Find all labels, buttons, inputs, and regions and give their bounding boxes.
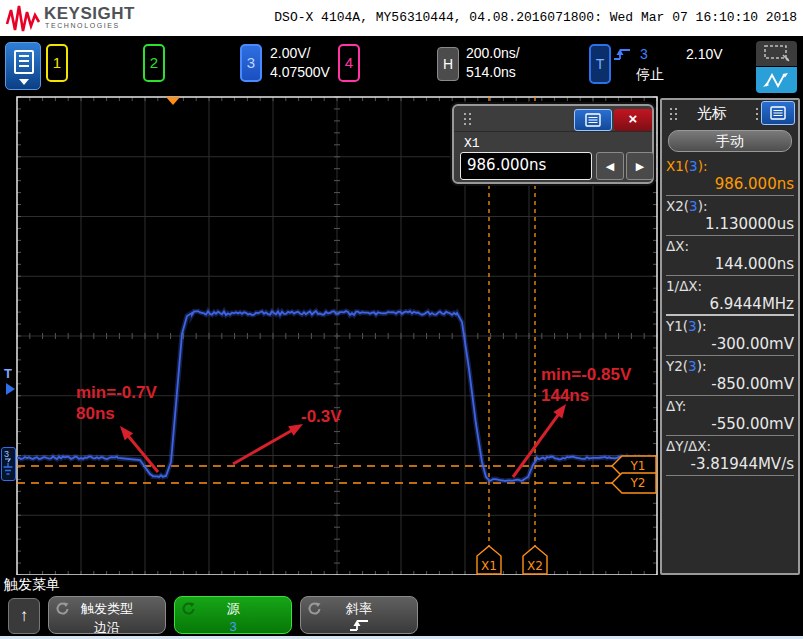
drag-handle-icon[interactable] — [464, 113, 466, 115]
annotation-text-1: min=-0.7V 80ns — [76, 382, 157, 424]
trigger-level-readout: 2.10V — [686, 46, 723, 62]
drag-handle-icon[interactable] — [756, 108, 758, 110]
cursor-tag-label: X1 — [481, 559, 497, 573]
rotate-knob-icon — [181, 601, 196, 616]
trigger-button[interactable]: T — [589, 44, 611, 84]
main-menu-button[interactable] — [5, 42, 41, 90]
rectangle-select-button[interactable] — [756, 41, 797, 66]
softkey-menu-title: 触发菜单 — [4, 576, 60, 594]
cursor-row-dx: ΔX:144.000ns — [666, 236, 794, 276]
channel-2-button[interactable]: 2 — [143, 44, 165, 82]
softkey-slope[interactable]: 斜率 — [300, 596, 418, 634]
annotation-arrow — [233, 428, 295, 464]
cursor-tag-label: Y1 — [630, 459, 646, 473]
cursor-track-button[interactable] — [756, 67, 797, 93]
cursor-row-value: -3.81944MV/s — [666, 454, 794, 473]
brand-subtitle: TECHNOLOGIES — [45, 22, 120, 29]
cursor-row-label: 1/ΔX: — [666, 276, 794, 294]
cursor-row-label: ΔY: — [666, 396, 794, 414]
channel-3-ground-marker[interactable]: 3 — [1, 447, 16, 481]
cursor-readout-list: X1(3):986.000nsX2(3):1.130000usΔX:144.00… — [666, 156, 794, 476]
channel-3-button[interactable]: 3 — [240, 44, 262, 82]
cursor-row-value: 144.000ns — [666, 254, 794, 273]
cursor-panel-menu-button[interactable] — [761, 101, 795, 125]
channel-3-offset: 4.07500V — [270, 63, 330, 82]
cursor-mode-button[interactable]: 手动 — [668, 130, 792, 152]
channel-3-settings: 2.00V/ 4.07500V — [270, 44, 330, 82]
cursor-row-invdx: 1/ΔX:6.9444MHz — [666, 276, 794, 316]
rotate-knob-icon — [307, 601, 322, 616]
cursor-panel-title: 光标 — [662, 104, 762, 123]
dialog-close-button[interactable]: × — [614, 109, 652, 131]
trigger-time-marker-icon[interactable] — [166, 97, 180, 105]
status-bar: 1 2 3 2.00V/ 4.07500V 4 H 200.0ns/ 514.0… — [0, 36, 803, 94]
close-icon: × — [629, 110, 638, 127]
menu-list-icon — [585, 113, 601, 127]
oscilloscope-screen: KEYSIGHT TECHNOLOGIES DSO-X 4104A, MY563… — [0, 0, 803, 639]
channel-1-button[interactable]: 1 — [46, 44, 68, 82]
cursor-tag-label: Y2 — [630, 476, 646, 490]
right-arrow-icon: ▶ — [636, 160, 644, 172]
dashed-rectangle-icon — [761, 44, 793, 64]
chevron-down-icon — [19, 79, 29, 85]
cursor-source-channel: 3 — [688, 318, 697, 334]
menu-up-button[interactable]: ↑ — [8, 598, 40, 634]
annotation-text-2: -0.3V — [301, 406, 342, 427]
up-arrow-icon: ↑ — [20, 606, 29, 625]
softkey-trigger-type[interactable]: 触发类型边沿 — [48, 596, 166, 634]
dialog-menu-button[interactable] — [574, 109, 612, 131]
channel-4-button[interactable]: 4 — [338, 44, 360, 82]
trigger-source-readout: 3 — [640, 46, 648, 62]
menu-list-icon — [770, 106, 786, 120]
cursor-source-channel: 3 — [689, 158, 698, 174]
cursor-row-label: X1(3): — [666, 156, 794, 174]
cursor-row-value: 1.130000us — [666, 214, 794, 233]
waveform-cursors-icon — [762, 70, 792, 90]
menu-list-icon — [14, 50, 34, 74]
softkey-value: 3 — [175, 619, 291, 634]
cursor-row-label: Y1(3): — [666, 316, 794, 334]
ground-marker-channel: 3 — [4, 449, 9, 459]
trigger-level-marker-label: T — [4, 366, 12, 381]
cursor-x1-dialog: × X1 986.000ns ◀ ▶ — [452, 104, 654, 184]
rising-edge-icon — [349, 618, 369, 632]
annotation-arrow — [513, 411, 561, 477]
cursor-source-channel: 3 — [688, 358, 697, 374]
left-arrow-icon: ◀ — [606, 160, 614, 172]
cursor-row-y2: Y2(3):-850.00mV — [666, 356, 794, 396]
horizontal-settings: 200.0ns/ 514.0ns — [466, 44, 520, 82]
cursor-row-value: -850.00mV — [666, 374, 794, 393]
cursor-row-value: -550.00mV — [666, 414, 794, 433]
cursor-row-dy: ΔY:-550.00mV — [666, 396, 794, 436]
cursor-row-dydx: ΔY/ΔX:-3.81944MV/s — [666, 436, 794, 476]
cursor-panel: 光标 手动 X1(3):986.000nsX2(3):1.130000usΔX:… — [660, 98, 800, 575]
increment-button[interactable]: ▶ — [626, 152, 654, 180]
channel-3-scale: 2.00V/ — [270, 44, 330, 63]
dialog-titlebar[interactable]: × — [454, 106, 652, 132]
acquisition-status: 停止 — [636, 66, 664, 84]
trigger-level-marker-icon[interactable] — [6, 383, 15, 395]
dialog-field-label: X1 — [464, 136, 480, 151]
title-bar: KEYSIGHT TECHNOLOGIES DSO-X 4104A, MY563… — [0, 0, 803, 36]
cursor-source-channel: 3 — [689, 198, 698, 214]
timebase-delay: 514.0ns — [466, 63, 520, 82]
cursor-row-label: ΔY/ΔX: — [666, 436, 794, 454]
softkey-source[interactable]: 源3 — [174, 596, 292, 634]
system-title: DSO-X 4104A, MY56310444, 04.08.201607180… — [274, 10, 797, 25]
brand-name: KEYSIGHT — [44, 4, 135, 24]
cursor-row-x2: X2(3):1.130000us — [666, 196, 794, 236]
horizontal-button[interactable]: H — [437, 47, 459, 81]
annotation-text-3: min=-0.85V 144ns — [541, 364, 631, 406]
cursor-row-y1: Y1(3):-300.00mV — [666, 316, 794, 356]
cursor-row-x1: X1(3):986.000ns — [666, 156, 794, 196]
cursor-x1-value-field[interactable]: 986.000ns — [460, 152, 592, 180]
cursor-row-value: 986.000ns — [666, 174, 794, 193]
ground-icon: 3 — [2, 448, 14, 478]
keysight-logo-icon — [5, 3, 41, 33]
cursor-row-label: Y2(3): — [666, 356, 794, 374]
timebase-scale: 200.0ns/ — [466, 44, 520, 63]
decrement-button[interactable]: ◀ — [596, 152, 624, 180]
cursor-row-value: -300.00mV — [666, 334, 794, 353]
cursor-row-label: X2(3): — [666, 196, 794, 214]
cursor-tag-label: X2 — [527, 559, 543, 573]
